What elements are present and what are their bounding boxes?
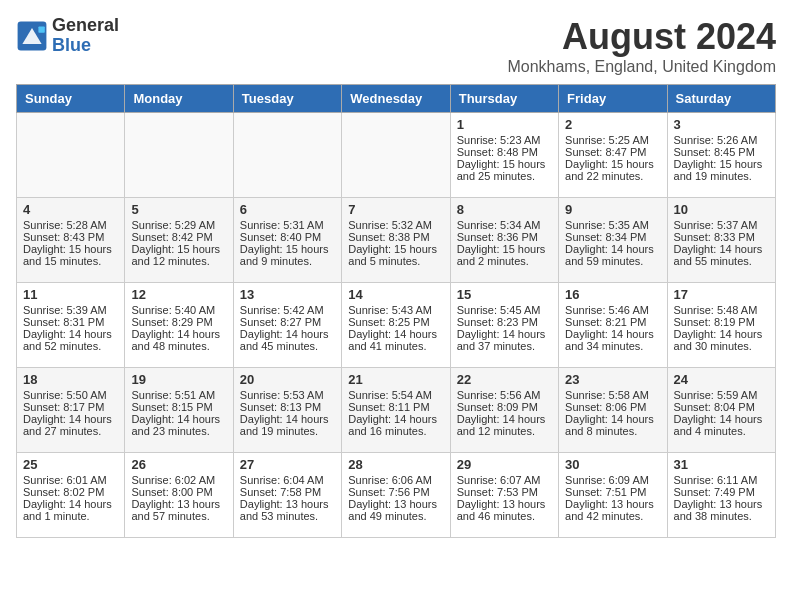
sunset-text: Sunset: 8:36 PM xyxy=(457,231,538,243)
week-row-3: 11Sunrise: 5:39 AMSunset: 8:31 PMDayligh… xyxy=(17,283,776,368)
weekday-header-wednesday: Wednesday xyxy=(342,85,450,113)
week-row-1: 1Sunrise: 5:23 AMSunset: 8:48 PMDaylight… xyxy=(17,113,776,198)
day-number: 30 xyxy=(565,457,660,472)
sunrise-text: Sunrise: 5:59 AM xyxy=(674,389,758,401)
sunrise-text: Sunrise: 6:02 AM xyxy=(131,474,215,486)
daylight-text: Daylight: 14 hours and 30 minutes. xyxy=(674,328,763,352)
daylight-text: Daylight: 15 hours and 22 minutes. xyxy=(565,158,654,182)
calendar-cell: 24Sunrise: 5:59 AMSunset: 8:04 PMDayligh… xyxy=(667,368,775,453)
weekday-header-tuesday: Tuesday xyxy=(233,85,341,113)
sunset-text: Sunset: 8:21 PM xyxy=(565,316,646,328)
sunset-text: Sunset: 8:15 PM xyxy=(131,401,212,413)
day-number: 18 xyxy=(23,372,118,387)
sunset-text: Sunset: 8:29 PM xyxy=(131,316,212,328)
header: General Blue August 2024 Monkhams, Engla… xyxy=(16,16,776,76)
daylight-text: Daylight: 13 hours and 53 minutes. xyxy=(240,498,329,522)
weekday-header-sunday: Sunday xyxy=(17,85,125,113)
location: Monkhams, England, United Kingdom xyxy=(507,58,776,76)
daylight-text: Daylight: 13 hours and 46 minutes. xyxy=(457,498,546,522)
sunrise-text: Sunrise: 5:35 AM xyxy=(565,219,649,231)
weekday-header-friday: Friday xyxy=(559,85,667,113)
day-number: 29 xyxy=(457,457,552,472)
calendar-cell: 30Sunrise: 6:09 AMSunset: 7:51 PMDayligh… xyxy=(559,453,667,538)
day-number: 25 xyxy=(23,457,118,472)
calendar-table: SundayMondayTuesdayWednesdayThursdayFrid… xyxy=(16,84,776,538)
sunset-text: Sunset: 8:02 PM xyxy=(23,486,104,498)
sunrise-text: Sunrise: 5:54 AM xyxy=(348,389,432,401)
day-number: 8 xyxy=(457,202,552,217)
sunset-text: Sunset: 7:49 PM xyxy=(674,486,755,498)
sunrise-text: Sunrise: 6:11 AM xyxy=(674,474,758,486)
title-area: August 2024 Monkhams, England, United Ki… xyxy=(507,16,776,76)
sunset-text: Sunset: 8:04 PM xyxy=(674,401,755,413)
daylight-text: Daylight: 13 hours and 38 minutes. xyxy=(674,498,763,522)
day-number: 14 xyxy=(348,287,443,302)
sunrise-text: Sunrise: 6:07 AM xyxy=(457,474,541,486)
calendar-cell: 5Sunrise: 5:29 AMSunset: 8:42 PMDaylight… xyxy=(125,198,233,283)
calendar-cell: 15Sunrise: 5:45 AMSunset: 8:23 PMDayligh… xyxy=(450,283,558,368)
week-row-4: 18Sunrise: 5:50 AMSunset: 8:17 PMDayligh… xyxy=(17,368,776,453)
day-number: 16 xyxy=(565,287,660,302)
sunrise-text: Sunrise: 5:45 AM xyxy=(457,304,541,316)
day-number: 6 xyxy=(240,202,335,217)
sunset-text: Sunset: 8:45 PM xyxy=(674,146,755,158)
sunrise-text: Sunrise: 6:01 AM xyxy=(23,474,107,486)
calendar-cell: 21Sunrise: 5:54 AMSunset: 8:11 PMDayligh… xyxy=(342,368,450,453)
sunset-text: Sunset: 8:31 PM xyxy=(23,316,104,328)
calendar-cell: 2Sunrise: 5:25 AMSunset: 8:47 PMDaylight… xyxy=(559,113,667,198)
calendar-cell: 1Sunrise: 5:23 AMSunset: 8:48 PMDaylight… xyxy=(450,113,558,198)
sunrise-text: Sunrise: 5:23 AM xyxy=(457,134,541,146)
day-number: 11 xyxy=(23,287,118,302)
sunset-text: Sunset: 8:42 PM xyxy=(131,231,212,243)
calendar-cell: 3Sunrise: 5:26 AMSunset: 8:45 PMDaylight… xyxy=(667,113,775,198)
sunset-text: Sunset: 8:09 PM xyxy=(457,401,538,413)
day-number: 3 xyxy=(674,117,769,132)
day-number: 9 xyxy=(565,202,660,217)
sunrise-text: Sunrise: 5:32 AM xyxy=(348,219,432,231)
daylight-text: Daylight: 15 hours and 5 minutes. xyxy=(348,243,437,267)
logo-general: General xyxy=(52,16,119,36)
day-number: 17 xyxy=(674,287,769,302)
sunset-text: Sunset: 8:47 PM xyxy=(565,146,646,158)
daylight-text: Daylight: 14 hours and 45 minutes. xyxy=(240,328,329,352)
calendar-cell: 26Sunrise: 6:02 AMSunset: 8:00 PMDayligh… xyxy=(125,453,233,538)
day-number: 10 xyxy=(674,202,769,217)
day-number: 4 xyxy=(23,202,118,217)
calendar-cell: 14Sunrise: 5:43 AMSunset: 8:25 PMDayligh… xyxy=(342,283,450,368)
sunrise-text: Sunrise: 5:26 AM xyxy=(674,134,758,146)
daylight-text: Daylight: 13 hours and 57 minutes. xyxy=(131,498,220,522)
daylight-text: Daylight: 14 hours and 52 minutes. xyxy=(23,328,112,352)
daylight-text: Daylight: 14 hours and 23 minutes. xyxy=(131,413,220,437)
sunset-text: Sunset: 8:33 PM xyxy=(674,231,755,243)
sunrise-text: Sunrise: 5:46 AM xyxy=(565,304,649,316)
weekday-header-row: SundayMondayTuesdayWednesdayThursdayFrid… xyxy=(17,85,776,113)
day-number: 21 xyxy=(348,372,443,387)
sunset-text: Sunset: 8:27 PM xyxy=(240,316,321,328)
calendar-cell: 13Sunrise: 5:42 AMSunset: 8:27 PMDayligh… xyxy=(233,283,341,368)
daylight-text: Daylight: 14 hours and 16 minutes. xyxy=(348,413,437,437)
sunset-text: Sunset: 8:48 PM xyxy=(457,146,538,158)
daylight-text: Daylight: 14 hours and 41 minutes. xyxy=(348,328,437,352)
sunset-text: Sunset: 8:00 PM xyxy=(131,486,212,498)
calendar-cell: 8Sunrise: 5:34 AMSunset: 8:36 PMDaylight… xyxy=(450,198,558,283)
calendar-cell: 25Sunrise: 6:01 AMSunset: 8:02 PMDayligh… xyxy=(17,453,125,538)
daylight-text: Daylight: 14 hours and 8 minutes. xyxy=(565,413,654,437)
logo-icon xyxy=(16,20,48,52)
daylight-text: Daylight: 14 hours and 27 minutes. xyxy=(23,413,112,437)
weekday-header-monday: Monday xyxy=(125,85,233,113)
svg-rect-2 xyxy=(38,26,44,32)
day-number: 1 xyxy=(457,117,552,132)
day-number: 23 xyxy=(565,372,660,387)
day-number: 15 xyxy=(457,287,552,302)
daylight-text: Daylight: 14 hours and 48 minutes. xyxy=(131,328,220,352)
day-number: 7 xyxy=(348,202,443,217)
daylight-text: Daylight: 15 hours and 12 minutes. xyxy=(131,243,220,267)
sunrise-text: Sunrise: 5:31 AM xyxy=(240,219,324,231)
sunrise-text: Sunrise: 5:50 AM xyxy=(23,389,107,401)
daylight-text: Daylight: 15 hours and 15 minutes. xyxy=(23,243,112,267)
month-title: August 2024 xyxy=(507,16,776,58)
daylight-text: Daylight: 14 hours and 1 minute. xyxy=(23,498,112,522)
sunrise-text: Sunrise: 5:53 AM xyxy=(240,389,324,401)
sunset-text: Sunset: 8:19 PM xyxy=(674,316,755,328)
calendar-cell: 23Sunrise: 5:58 AMSunset: 8:06 PMDayligh… xyxy=(559,368,667,453)
